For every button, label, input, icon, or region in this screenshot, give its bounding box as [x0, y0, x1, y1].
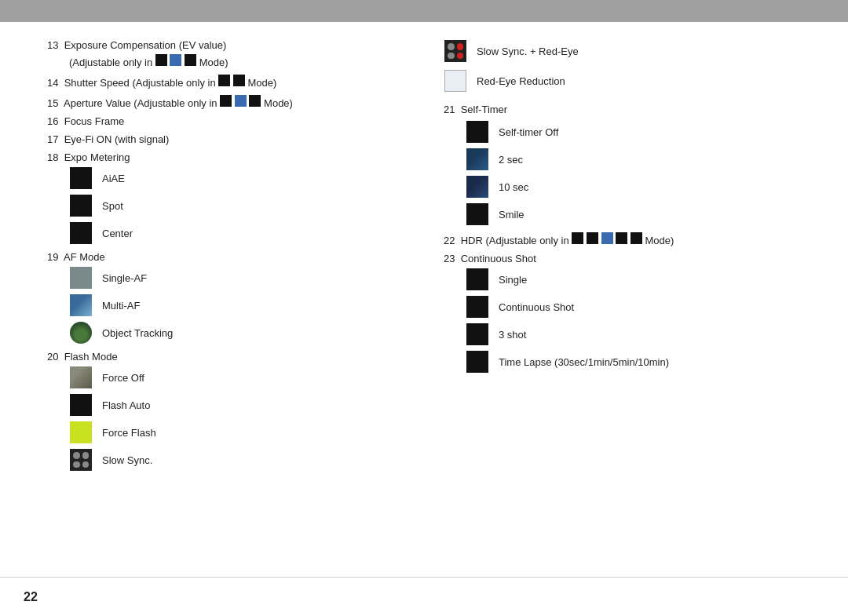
item-17-num: 17	[47, 133, 58, 145]
icon-redeye-reduction	[444, 69, 467, 93]
3shot-label: 3 shot	[499, 329, 526, 341]
center-label: Center	[102, 228, 133, 239]
item-23-title: 23 Continuous Shot	[444, 253, 801, 264]
item-20-force-off: Force Off	[69, 366, 404, 389]
item-21-10sec: 10 sec	[466, 175, 801, 199]
item-20-title: 20 Flash Mode	[47, 351, 404, 363]
icon-single	[466, 268, 489, 291]
force-off-label: Force Off	[102, 372, 144, 384]
item-14-title: 14 Shutter Speed (Adjustable only in Mod…	[47, 75, 404, 89]
item-20-flash-auto: Flash Auto	[69, 393, 404, 417]
mode-icon-14-1	[218, 75, 230, 86]
single-icon-img	[466, 268, 488, 290]
item-22-title: 22 HDR (Adjustable only in Mode)	[444, 232, 801, 246]
10sec-label: 10 sec	[499, 181, 528, 193]
item-21-num: 21	[444, 104, 455, 115]
icon-continuous	[466, 295, 489, 319]
spot-icon-img	[70, 195, 92, 217]
mode-icon-22-5	[631, 232, 642, 244]
item-22-num: 22	[444, 235, 455, 246]
icon-aiae	[69, 166, 93, 190]
continuous-icon-img	[466, 296, 488, 318]
spot-label: Spot	[102, 200, 123, 212]
icon-object-tracking	[69, 321, 93, 344]
smile-icon-img	[466, 203, 488, 225]
item-21-smile: Smile	[466, 202, 801, 226]
icon-10sec	[466, 175, 489, 199]
slow-sync-icon-img	[70, 449, 92, 471]
item-19-single-af: Single-AF	[69, 266, 404, 290]
center-icon-img	[70, 222, 92, 244]
item-18-aiae: AiAE	[69, 166, 404, 190]
single-af-label: Single-AF	[102, 272, 147, 284]
item-19: 19 AF Mode Single-AF Multi-AF Object Tra…	[47, 251, 404, 344]
icon-slow-sync	[69, 448, 93, 472]
mode-icon-15-2	[235, 95, 247, 107]
smile-label: Smile	[499, 209, 525, 221]
slow-sync-label: Slow Sync.	[102, 454, 152, 466]
item-19-num: 19	[47, 251, 58, 263]
icon-force-flash	[69, 421, 93, 444]
item-15-num: 15	[47, 97, 58, 109]
item-14: 14 Shutter Speed (Adjustable only in Mod…	[47, 75, 404, 89]
icon-multi-af	[69, 293, 93, 317]
aiae-icon-img	[70, 167, 92, 189]
item-16-num: 16	[47, 115, 58, 127]
object-tracking-icon-img	[70, 322, 92, 344]
item-redeye-reduction: Red-Eye Reduction	[444, 69, 801, 93]
mode-icon-22-1	[572, 232, 583, 244]
10sec-icon-img	[466, 176, 488, 198]
redeye-reduction-label: Red-Eye Reduction	[477, 75, 565, 87]
slow-sync-redeye-label: Slow Sync. + Red-Eye	[477, 46, 579, 57]
continuous-shot-label: Continuous Shot	[499, 301, 574, 313]
item-23-timelapse: Time Lapse (30sec/1min/5min/10min)	[466, 350, 801, 374]
item-23-continuous: Continuous Shot	[466, 295, 801, 319]
item-13-title: 13 Exposure Compensation (EV value)	[47, 39, 404, 51]
force-off-icon-img	[70, 366, 92, 388]
item-17-title: 17 Eye-Fi ON (with signal)	[47, 133, 404, 145]
item-13-num: 13	[47, 39, 58, 51]
single-label: Single	[499, 274, 527, 286]
item-19-title: 19 AF Mode	[47, 251, 404, 263]
item-18-spot: Spot	[69, 194, 404, 217]
item-16: 16 Focus Frame	[47, 115, 404, 127]
mode-icon-22-2	[587, 232, 598, 244]
item-slow-sync-redeye: Slow Sync. + Red-Eye	[444, 39, 801, 63]
right-column: Slow Sync. + Red-Eye Red-Eye Reduction 2…	[428, 39, 801, 478]
top-bar	[0, 0, 848, 22]
mode-icon-15-1	[220, 95, 232, 107]
item-20: 20 Flash Mode Force Off Flash Auto Force…	[47, 351, 404, 472]
item-21-title: 21 Self-Timer	[444, 104, 801, 115]
icon-3shot	[466, 323, 489, 346]
left-column: 13 Exposure Compensation (EV value) (Adj…	[47, 39, 428, 478]
item-18: 18 Expo Metering AiAE Spot Center	[47, 151, 404, 245]
item-20-slow-sync: Slow Sync.	[69, 448, 404, 472]
item-23: 23 Continuous Shot Single Continuous Sho…	[444, 253, 801, 374]
aiae-label: AiAE	[102, 173, 125, 184]
item-17: 17 Eye-Fi ON (with signal)	[47, 133, 404, 145]
page-number: 22	[24, 590, 38, 604]
item-22: 22 HDR (Adjustable only in Mode)	[444, 232, 801, 246]
icon-slow-sync-redeye	[444, 39, 467, 63]
item-18-num: 18	[47, 151, 58, 163]
force-flash-label: Force Flash	[102, 427, 156, 439]
timelapse-label: Time Lapse (30sec/1min/5min/10min)	[499, 356, 669, 368]
item-15: 15 Aperture Value (Adjustable only in Mo…	[47, 95, 404, 109]
selftimer-off-label: Self-timer Off	[499, 126, 558, 138]
icon-timelapse	[466, 350, 489, 374]
item-18-title: 18 Expo Metering	[47, 151, 404, 163]
flash-auto-label: Flash Auto	[102, 399, 150, 411]
2sec-label: 2 sec	[499, 154, 523, 166]
item-23-num: 23	[444, 253, 455, 264]
item-14-num: 14	[47, 77, 58, 89]
item-19-multi-af: Multi-AF	[69, 293, 404, 317]
mode-icon-22-4	[616, 232, 627, 244]
item-13-text: Exposure Compensation (EV value)	[64, 39, 227, 51]
2sec-icon-img	[466, 148, 488, 170]
item-23-single: Single	[466, 268, 801, 291]
slow-sync-redeye-icon-img	[444, 40, 466, 62]
main-content: 13 Exposure Compensation (EV value) (Adj…	[0, 22, 848, 478]
mode-icon-black-1	[155, 54, 167, 66]
icon-single-af	[69, 266, 93, 290]
mode-icon-blue-1	[170, 54, 181, 66]
